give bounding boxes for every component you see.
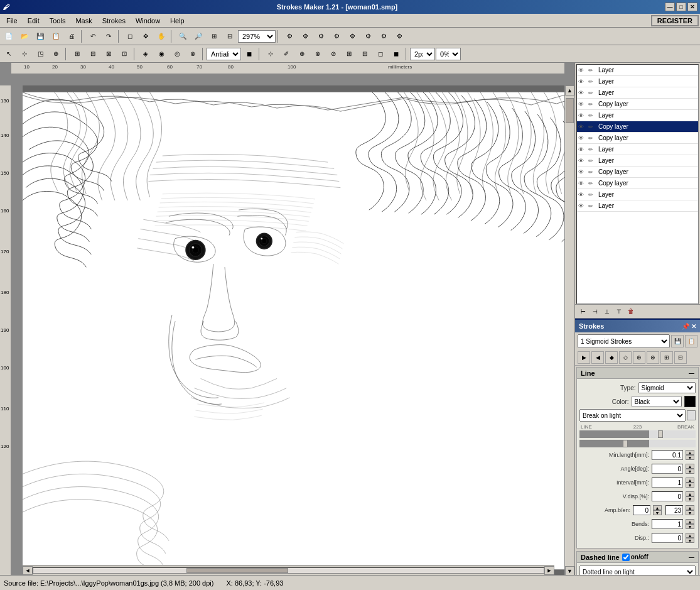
layer-item[interactable]: 👁 ✏ Layer	[577, 87, 698, 99]
tb2-icon-19[interactable]: ⊞	[342, 47, 357, 61]
layer-align-left[interactable]: ⊢	[578, 306, 589, 317]
menu-tools[interactable]: Tools	[45, 16, 71, 26]
preset-new-btn[interactable]: 📋	[685, 335, 697, 347]
angle-up[interactable]: ▲	[686, 464, 694, 469]
tb2-icon-11[interactable]: ◎	[170, 47, 185, 61]
tb-icon-2[interactable]: ⚙	[298, 30, 313, 43]
interval-input[interactable]	[652, 478, 683, 488]
dashed-checkbox[interactable]	[622, 554, 630, 561]
disp-spinner[interactable]: ▲ ▼	[686, 533, 696, 543]
vdisp-up[interactable]: ▲	[686, 491, 694, 496]
bends-up[interactable]: ▲	[686, 519, 694, 524]
tb2-icon-21[interactable]: ◻	[373, 47, 388, 61]
line-section-collapse[interactable]: —	[689, 370, 694, 376]
menu-edit[interactable]: Edit	[23, 16, 45, 26]
strokes-close-button[interactable]: ✕	[691, 323, 696, 330]
angle-spinner[interactable]: ▲ ▼	[686, 464, 696, 474]
bends-down[interactable]: ▼	[686, 524, 694, 529]
scroll-left-button[interactable]: ◄	[23, 566, 33, 575]
min-length-input[interactable]	[652, 450, 683, 460]
zoom-out[interactable]: 🔎	[191, 30, 206, 43]
pct-select[interactable]: 0%	[436, 48, 461, 60]
scroll-down-button[interactable]: ▼	[565, 566, 574, 575]
layer-distribute[interactable]: ⊤	[613, 306, 625, 317]
tb2-icon-18[interactable]: ⊘	[326, 47, 341, 61]
dashed-type-select[interactable]: Dotted line on light Dotted line on dark…	[579, 565, 696, 575]
zoom-in[interactable]: 🔍	[175, 30, 190, 43]
tb2-icon-20[interactable]: ⊟	[357, 47, 372, 61]
open-button[interactable]: 📂	[17, 30, 32, 43]
zoom-fit[interactable]: ⊞	[207, 30, 222, 43]
tb2-icon-15[interactable]: ✐	[279, 47, 294, 61]
disp-input[interactable]	[652, 533, 683, 543]
tb2-icon-16[interactable]: ⊕	[294, 47, 310, 61]
menu-window[interactable]: Window	[131, 16, 165, 26]
layer-item[interactable]: 👁 ✏ Layer	[577, 155, 698, 167]
amp-input1[interactable]	[633, 505, 650, 515]
vdisp-down[interactable]: ▼	[686, 496, 694, 501]
minimize-button[interactable]: —	[665, 3, 675, 11]
layer-item[interactable]: 👁 ✏ Layer	[577, 200, 698, 212]
layer-align-center[interactable]: ⊣	[590, 306, 601, 317]
horizontal-scrollbar[interactable]: ◄ ►	[23, 565, 554, 575]
amp-spinner2[interactable]: ▲ ▼	[686, 505, 696, 515]
layer-align-right[interactable]: ⊥	[601, 306, 613, 317]
tb-icon-1[interactable]: ⚙	[282, 30, 297, 43]
strokes-preset-select[interactable]: 1 Sigmoid Strokes 2 Simple Strokes	[578, 334, 670, 348]
menu-strokes[interactable]: Strokes	[97, 16, 131, 26]
strokes-tb-2[interactable]: ◀	[591, 351, 604, 364]
disp-down[interactable]: ▼	[686, 538, 694, 543]
save-as-button[interactable]: 📋	[48, 30, 63, 43]
line-break-slider[interactable]	[579, 430, 696, 438]
tb-icon-3[interactable]: ⚙	[313, 30, 328, 43]
layer-item[interactable]: 👁 ✏ Layer	[577, 144, 698, 155]
strokes-pin-button[interactable]: 📌	[682, 323, 689, 330]
register-button[interactable]: REGISTER	[651, 15, 699, 26]
strokes-tb-8[interactable]: ⊟	[674, 351, 687, 364]
layer-item[interactable]: 👁 ✏ Copy layer	[577, 178, 698, 189]
vdisp-input[interactable]	[652, 491, 683, 501]
px-select[interactable]: 2px 1px 3px	[410, 48, 435, 60]
preset-save-btn[interactable]: 💾	[671, 335, 684, 347]
zoom-select[interactable]: 297% 100% 200% 50%	[238, 30, 276, 43]
color-swatch[interactable]	[684, 396, 696, 407]
tool-select[interactable]: ◻	[122, 30, 137, 43]
layer-item[interactable]: 👁 ✏ Layer	[577, 65, 698, 76]
interval-down[interactable]: ▼	[686, 483, 694, 488]
tb2-icon-1[interactable]: ↖	[1, 47, 16, 61]
tb2-icon-7[interactable]: ⊠	[101, 47, 116, 61]
min-length-spinner[interactable]: ▲ ▼	[686, 450, 696, 460]
tb-icon-4[interactable]: ⚙	[329, 30, 344, 43]
scroll-right-button[interactable]: ►	[544, 566, 554, 575]
amp-down2[interactable]: ▼	[686, 510, 694, 515]
vdisp-spinner[interactable]: ▲ ▼	[686, 491, 696, 501]
amp-input2[interactable]	[665, 505, 683, 515]
menu-help[interactable]: Help	[165, 16, 190, 26]
tb-icon-5[interactable]: ⚙	[345, 30, 360, 43]
tb2-icon-9[interactable]: ◈	[138, 47, 153, 61]
scroll-up-button[interactable]: ▲	[565, 85, 574, 96]
tb2-icon-2[interactable]: ⊹	[17, 47, 32, 61]
tb2-icon-12[interactable]: ⊗	[185, 47, 200, 61]
min-length-down[interactable]: ▼	[686, 455, 694, 460]
tb-icon-8[interactable]: ⚙	[392, 30, 407, 43]
layer-item[interactable]: 👁 ✏ Layer	[577, 76, 698, 87]
title-controls[interactable]: — □ ✕	[665, 3, 697, 11]
layer-item[interactable]: 👁 ✏ Copy layer	[577, 99, 698, 110]
tb2-icon-6[interactable]: ⊟	[85, 47, 100, 61]
layer-item[interactable]: 👁 ✏ Copy layer	[577, 133, 698, 144]
angle-input[interactable]	[652, 464, 683, 474]
line-color-select[interactable]: Black White	[632, 396, 682, 407]
break-select[interactable]: Break on light No break Break on dark	[579, 409, 686, 422]
vertical-scrollbar[interactable]: ▲ ▼	[564, 85, 574, 575]
menu-mask[interactable]: Mask	[70, 16, 97, 26]
antialias-select[interactable]: Antiali	[207, 48, 241, 60]
line-type-select[interactable]: Sigmoid Simple Wave	[638, 382, 696, 393]
tb2-icon-8[interactable]: ⊡	[117, 47, 132, 61]
layer-item[interactable]: 👁 ✏ Copy layer	[577, 121, 698, 133]
interval-up[interactable]: ▲	[686, 478, 694, 483]
strokes-header-controls[interactable]: 📌 ✕	[682, 323, 696, 330]
tb-icon-7[interactable]: ⚙	[376, 30, 391, 43]
scroll-thumb-v[interactable]	[566, 98, 574, 123]
amp-spinner1[interactable]: ▲ ▼	[653, 505, 663, 515]
